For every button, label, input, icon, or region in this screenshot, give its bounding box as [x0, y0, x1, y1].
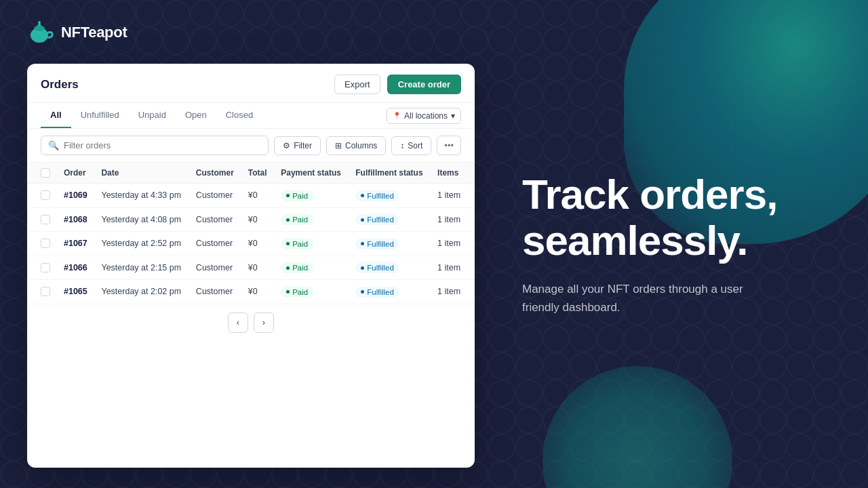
orders-table-container: Order Date Customer Total Payment status…: [27, 163, 475, 304]
header-actions: Export Create order: [334, 75, 461, 94]
col-payment: Payment status: [274, 163, 349, 184]
row-checkbox[interactable]: [41, 239, 50, 248]
paid-dot: [286, 266, 290, 270]
filter-button[interactable]: ⚙ Filter: [274, 136, 321, 155]
fulfilled-label: Fulfilled: [367, 192, 394, 200]
row-checkbox-cell: [27, 232, 57, 256]
table-row[interactable]: #1069 Yesterday at 4:33 pm Customer ¥0 P…: [27, 184, 475, 208]
columns-label: Columns: [345, 141, 377, 150]
order-customer: Customer: [189, 184, 241, 208]
search-icon: 🔍: [48, 140, 59, 150]
row-checkbox[interactable]: [41, 287, 50, 296]
table-row[interactable]: #1067 Yesterday at 2:52 pm Customer ¥0 P…: [27, 232, 475, 256]
chevron-down-icon: ▾: [451, 111, 455, 121]
order-total: ¥0: [241, 232, 274, 256]
svg-point-4: [38, 21, 41, 24]
row-checkbox-cell: [27, 207, 57, 232]
filter-icon: ⚙: [283, 141, 290, 150]
fulfilled-dot: [361, 194, 364, 197]
fulfilled-dot: [361, 218, 364, 222]
order-date: Yesterday at 4:33 pm: [94, 184, 189, 208]
order-customer: Customer: [189, 280, 241, 304]
row-checkbox-cell: [27, 256, 57, 280]
paid-dot: [286, 290, 290, 293]
table-row[interactable]: #1065 Yesterday at 2:02 pm Customer ¥0 P…: [27, 280, 475, 304]
order-fulfillment-status: Fulfilled: [349, 280, 431, 304]
card-title: Orders: [41, 78, 79, 92]
order-id: #1065: [57, 280, 94, 304]
table-header-row: Order Date Customer Total Payment status…: [27, 163, 475, 184]
order-id: #1069: [57, 184, 94, 208]
order-date: Yesterday at 4:08 pm: [94, 207, 189, 232]
order-customer: Customer: [189, 207, 241, 232]
order-payment-status: Paid: [274, 256, 349, 280]
prev-page-button[interactable]: ‹: [228, 312, 248, 333]
paid-label: Paid: [292, 288, 308, 296]
order-fulfillment-status: Fulfilled: [349, 256, 431, 280]
tab-all[interactable]: All: [41, 103, 71, 128]
fulfilled-dot: [361, 242, 364, 245]
order-payment-status: Paid: [274, 184, 349, 208]
export-button[interactable]: Export: [334, 75, 380, 94]
tab-unfulfilled[interactable]: Unfulfilled: [71, 103, 129, 128]
tab-closed[interactable]: Closed: [216, 103, 262, 128]
fulfilled-dot: [361, 290, 364, 293]
order-fulfillment-status: Fulfilled: [349, 207, 431, 232]
order-date: Yesterday at 2:52 pm: [94, 232, 189, 256]
table-row[interactable]: #1066 Yesterday at 2:15 pm Customer ¥0 P…: [27, 256, 475, 280]
order-items: 1 item: [431, 256, 475, 280]
order-payment-status: Paid: [274, 207, 349, 232]
col-items: Items: [431, 163, 475, 184]
location-filter[interactable]: 📍 All locations ▾: [387, 108, 461, 124]
order-items: 1 item: [431, 184, 475, 208]
logo-area: NFTeapot: [27, 20, 475, 45]
tab-open[interactable]: Open: [176, 103, 216, 128]
columns-button[interactable]: ⊞ Columns: [326, 136, 386, 155]
pagination: ‹ ›: [27, 304, 475, 341]
col-date: Date: [94, 163, 189, 184]
col-total: Total: [241, 163, 274, 184]
order-id: #1068: [57, 207, 94, 232]
order-items: 1 item: [431, 280, 475, 304]
row-checkbox[interactable]: [41, 215, 50, 224]
row-checkbox-cell: [27, 280, 57, 304]
col-fulfillment: Fulfillment status: [349, 163, 431, 184]
create-order-button[interactable]: Create order: [387, 75, 461, 94]
order-fulfillment-status: Fulfilled: [349, 184, 431, 208]
location-label: All locations: [404, 111, 448, 121]
paid-label: Paid: [292, 264, 308, 272]
logo-text: NFTeapot: [61, 24, 127, 41]
card-header: Orders Export Create order: [27, 64, 475, 103]
order-items: 1 item: [431, 232, 475, 256]
row-checkbox[interactable]: [41, 263, 50, 272]
fulfilled-label: Fulfilled: [367, 240, 394, 248]
order-id: #1067: [57, 232, 94, 256]
tabs-container: All Unfulfilled Unpaid Open Closed: [41, 103, 262, 128]
paid-dot: [286, 242, 290, 245]
order-date: Yesterday at 2:02 pm: [94, 280, 189, 304]
select-all-checkbox[interactable]: [41, 168, 50, 178]
order-customer: Customer: [189, 256, 241, 280]
tab-unpaid[interactable]: Unpaid: [129, 103, 176, 128]
order-total: ¥0: [241, 207, 274, 232]
sort-button[interactable]: ↕ Sort: [391, 136, 431, 155]
col-order: Order: [57, 163, 94, 184]
table-row[interactable]: #1068 Yesterday at 4:08 pm Customer ¥0 P…: [27, 207, 475, 232]
filter-label: Filter: [294, 141, 312, 150]
more-options-button[interactable]: •••: [437, 136, 461, 155]
orders-card: Orders Export Create order All Unfulfill…: [27, 64, 475, 468]
search-input[interactable]: [64, 140, 261, 150]
order-items: 1 item: [431, 207, 475, 232]
row-checkbox[interactable]: [41, 190, 50, 200]
location-icon: 📍: [393, 112, 401, 119]
paid-label: Paid: [292, 192, 308, 200]
order-payment-status: Paid: [274, 232, 349, 256]
orders-table: Order Date Customer Total Payment status…: [27, 163, 475, 304]
filter-row: 🔍 ⚙ Filter ⊞ Columns ↕ Sort •••: [27, 129, 475, 163]
hero-title: Track orders,seamlessly.: [522, 171, 827, 264]
paid-label: Paid: [292, 240, 308, 248]
paid-dot: [286, 218, 290, 222]
select-all-header: [27, 163, 57, 184]
next-page-button[interactable]: ›: [254, 312, 274, 333]
sort-label: Sort: [408, 141, 422, 150]
